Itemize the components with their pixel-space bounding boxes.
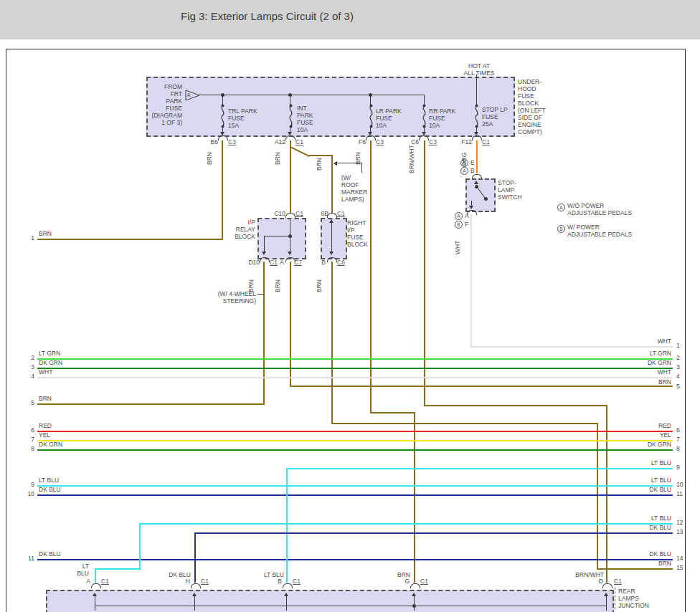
connector-icon [191, 583, 201, 588]
wire-color-label: BRN [316, 279, 323, 292]
row-number: 10 [676, 481, 683, 488]
row-number: 4 [676, 373, 680, 380]
contact-dot [484, 197, 488, 201]
connector-icon [91, 583, 101, 588]
row-number: 7 [22, 436, 34, 443]
row-color-label: DK BLU [614, 524, 671, 531]
legend-a-text: W/O POWER ADJUSTABLE PEDALS [567, 202, 632, 216]
wire-dkblu [37, 559, 673, 560]
row-color-label: LT BLU [614, 515, 671, 522]
fuse-label: TRL PARK FUSE 15A [228, 107, 257, 129]
right-ip-fuse-block-label: RIGHT I/P FUSE BLOCK [347, 219, 368, 248]
connector-label: C7 [294, 259, 302, 266]
connector-label: C3 [228, 138, 236, 145]
underhood-fuse-block-label: UNDER- HOOD FUSE BLOCK (ON LEFT SIDE OF … [518, 78, 546, 135]
wire-brn [597, 423, 598, 570]
pointer-line [337, 163, 362, 163]
arrow-up-icon [329, 219, 334, 223]
wire-ltblu [95, 568, 96, 583]
connector-icon [327, 213, 337, 218]
pin-label: B6 [202, 138, 218, 145]
variant-a-icon: A [455, 212, 463, 220]
variant-b-icon: B [455, 221, 463, 229]
hot-at-all-times-label: HOT AT ALL TIMES [450, 62, 508, 77]
connector-icon [260, 257, 270, 262]
wire-wht [37, 377, 673, 378]
title-bar: Fig 3: Exterior Lamps Circuit (2 of 3) [0, 0, 700, 39]
connector-icon [366, 135, 376, 140]
legend-b-text: W/ POWER ADJUSTABLE PEDALS [567, 224, 632, 238]
wire-brn [263, 262, 265, 405]
row-number: 8 [676, 445, 680, 452]
wire-wht [470, 214, 472, 346]
pin-label: H [177, 578, 190, 585]
row-number: 11 [22, 555, 34, 562]
junction-internal-line [414, 596, 415, 611]
pin-label: A [277, 259, 284, 266]
wire-wht [470, 346, 673, 348]
wire-dkblu [195, 532, 673, 534]
wire-yel [37, 440, 673, 441]
wire-color-label: BRN [316, 158, 323, 171]
row-color-label: DK GRN [39, 441, 62, 448]
wire-brn [37, 239, 223, 240]
row-color-label: BRN [614, 378, 671, 386]
page-title: Fig 3: Exterior Lamps Circuit (2 of 3) [181, 10, 354, 22]
arrow-up-icon [192, 593, 197, 596]
rear-lamps-junction-block [46, 590, 614, 612]
feed-arrow-letter: A [185, 92, 192, 99]
connector-label: C3 [376, 138, 384, 145]
wire-brn [370, 412, 415, 413]
wire-dkblu [37, 494, 673, 496]
connector-label: C1 [420, 578, 428, 585]
pin-label: B [318, 259, 326, 266]
row-number: 3 [676, 363, 680, 370]
row-color-label: LT GRN [39, 350, 60, 357]
fuse-icon [218, 104, 227, 128]
row-number: 5 [22, 399, 34, 406]
row-number: 9 [22, 481, 34, 488]
row-number: 7 [676, 436, 680, 443]
arrow-up-icon [284, 593, 288, 596]
legend-b-icon: B [557, 225, 565, 233]
pin-label: D [590, 578, 603, 585]
arrow-up-icon [474, 181, 478, 184]
connector-label: C6 [337, 259, 345, 266]
row-number: 6 [22, 426, 34, 434]
switch-pin-label: F [465, 221, 468, 228]
row-color-label: LT GRN [614, 350, 671, 357]
row-color-label: LT BLU [39, 477, 59, 484]
wire-color-label: BRN [274, 279, 281, 292]
fuse-label: RR PARK FUSE 10A [429, 107, 455, 129]
row-color-label: WHT [614, 338, 671, 345]
connector-icon [285, 213, 295, 218]
row-number: 15 [676, 564, 683, 571]
row-number: 4 [22, 373, 34, 380]
junction-internal-line [286, 596, 287, 611]
wire-brn [370, 140, 372, 413]
row-number: 13 [676, 528, 683, 535]
fuse-label: LR PARK FUSE 10A [376, 107, 402, 129]
relay-internal-line [264, 236, 290, 236]
fuse-icon [286, 104, 295, 128]
wire-brn [331, 155, 333, 213]
connector-icon [283, 583, 293, 588]
connector-icon [410, 583, 420, 588]
wire-ltblu [286, 468, 288, 583]
wire-ltblu [139, 523, 141, 570]
wire-brn [597, 568, 673, 570]
pin-label: B [269, 578, 282, 585]
wire-brn [309, 155, 333, 156]
row-color-label: YEL [614, 431, 671, 439]
fuse-bus-wire [199, 95, 425, 95]
pin-label: C10 [268, 210, 285, 217]
relay-block-label: I/P RELAY BLOCK [219, 219, 255, 240]
arrow-down-icon [469, 206, 473, 209]
pin-label: F12 [455, 138, 472, 145]
arrow-down-icon [329, 252, 334, 255]
arrow-down-icon [262, 252, 266, 255]
junction-internal-line [95, 606, 607, 606]
pin-label: G [397, 578, 410, 585]
row-number: 1 [22, 234, 34, 242]
wire-ltblu [287, 468, 673, 469]
